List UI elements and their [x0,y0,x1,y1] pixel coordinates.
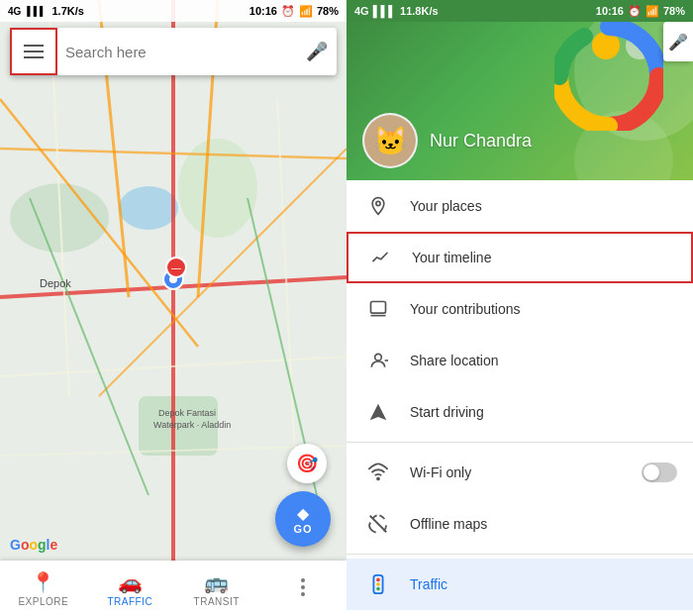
menu-item-wifi[interactable]: Wi-Fi only [346,447,693,498]
divider-2 [346,554,693,555]
svg-text:Depok Fantasi: Depok Fantasi [158,408,216,418]
hamburger-icon [24,45,44,58]
right-speed: 11.8K/s [400,5,439,17]
svg-point-35 [376,587,380,591]
network-speed: 1.7K/s [51,5,83,17]
status-right-right: 10:16 ⏰ 📶 78% [596,5,685,18]
menu-item-your-timeline[interactable]: Your timeline [346,232,693,283]
user-name: Nur Chandra [430,131,532,152]
right-battery: 78% [663,5,685,17]
svg-point-33 [376,578,380,582]
microphone-icon[interactable]: 🎤 [297,32,337,71]
right-wifi: 📶 [645,5,659,18]
signal-strength: ▌▌▌ [27,6,46,16]
status-bar-left: 4G ▌▌▌ 1.7K/s 10:16 ⏰ 📶 78% [0,0,346,22]
menu-button[interactable] [10,28,57,75]
search-input[interactable] [57,44,297,60]
drawer-header: 🐱 Nur Chandra ▾ [346,22,693,180]
right-signal: 4G [354,5,369,17]
menu-item-offline-maps[interactable]: Offline maps [346,498,693,550]
driving-label: Start driving [410,404,677,420]
menu-item-start-driving[interactable]: Start driving [346,386,693,438]
drawer-panel: 4G ▌▌▌ 11.8K/s 10:16 ⏰ 📶 78% 🎤 [346,0,693,616]
menu-item-public-transit[interactable]: Public transit [346,610,693,616]
wifi-icon: 📶 [299,5,313,18]
contributions-label: Your contributions [410,301,677,317]
wifi-label: Wi-Fi only [410,464,642,480]
bottom-navigation: 📍 EXPLORE 🚗 TRAFFIC 🚌 TRANSIT [0,561,346,616]
cat-avatar: 🐱 [364,115,416,166]
search-bar[interactable]: 🎤 [10,28,337,75]
location-button[interactable]: 🎯 [287,444,327,483]
svg-point-31 [377,478,379,480]
contributions-icon [362,293,394,325]
offline-maps-icon [362,508,394,540]
signal-indicator: 4G [8,6,21,17]
nav-explore[interactable]: 📍 EXPLORE [0,570,87,607]
wifi-toggle[interactable] [642,462,677,482]
profile-section: 🐱 Nur Chandra [362,113,532,168]
google-arc [554,22,663,131]
right-alarm: ⏰ [628,5,642,18]
menu-item-your-places[interactable]: Your places [346,180,693,232]
time-display: 10:16 [249,5,277,17]
traffic-label: TRAFFIC [107,596,152,607]
battery-indicator: 78% [317,5,339,17]
svg-point-28 [375,354,382,360]
more-dots-icon [301,578,305,596]
svg-text:Depok: Depok [40,277,71,289]
go-label: GO [293,523,312,535]
timeline-label: Your timeline [412,250,675,265]
driving-icon [362,396,394,428]
status-left-info: 4G ▌▌▌ 1.7K/s [8,5,84,17]
svg-text:Waterpark · Aladdin: Waterpark · Aladdin [153,420,231,430]
go-button[interactable]: ◆ GO [275,491,331,547]
explore-label: EXPLORE [18,596,68,607]
status-bar-right: 4G ▌▌▌ 11.8K/s 10:16 ⏰ 📶 78% [346,0,693,22]
menu-item-traffic[interactable]: Traffic [346,559,693,610]
svg-point-4 [119,186,178,230]
timeline-icon [364,242,396,273]
traffic-icon: 🚗 [118,570,143,594]
nav-more[interactable] [260,578,347,598]
nav-traffic[interactable]: 🚗 TRAFFIC [87,570,174,607]
nav-transit[interactable]: 🚌 TRANSIT [173,570,260,607]
offline-maps-label: Offline maps [410,516,677,532]
alarm-icon: ⏰ [281,5,295,18]
places-icon [362,190,394,222]
status-right-left: 4G ▌▌▌ 11.8K/s [354,5,439,17]
divider-1 [346,442,693,443]
right-time: 10:16 [596,5,624,17]
traffic-menu-icon [362,568,394,600]
svg-marker-30 [370,404,387,421]
menu-item-your-contributions[interactable]: Your contributions [346,283,693,335]
share-location-icon [362,345,394,376]
google-logo: Google [10,537,57,553]
svg-text:—: — [171,262,181,273]
status-right-info: 10:16 ⏰ 📶 78% [249,5,339,18]
right-bars: ▌▌▌ [373,5,396,17]
menu-list: Your places Your timeline Your contribut… [346,180,693,616]
traffic-label-menu: Traffic [410,576,677,592]
menu-item-share-location[interactable]: Share location [346,335,693,386]
toggle-knob [644,464,659,480]
transit-label: TRANSIT [194,596,240,607]
go-arrow-icon: ◆ [297,504,309,523]
explore-icon: 📍 [31,570,55,594]
share-location-label: Share location [410,353,677,368]
transit-icon: 🚌 [204,570,229,594]
right-mic-button[interactable]: 🎤 [663,22,693,61]
svg-point-25 [376,201,380,205]
svg-rect-26 [371,302,386,314]
map-panel: 4G ▌▌▌ 1.7K/s 10:16 ⏰ 📶 78% [0,0,346,616]
svg-point-34 [376,582,380,586]
avatar: 🐱 [362,113,418,168]
wifi-menu-icon [362,457,394,488]
places-label: Your places [410,198,677,214]
